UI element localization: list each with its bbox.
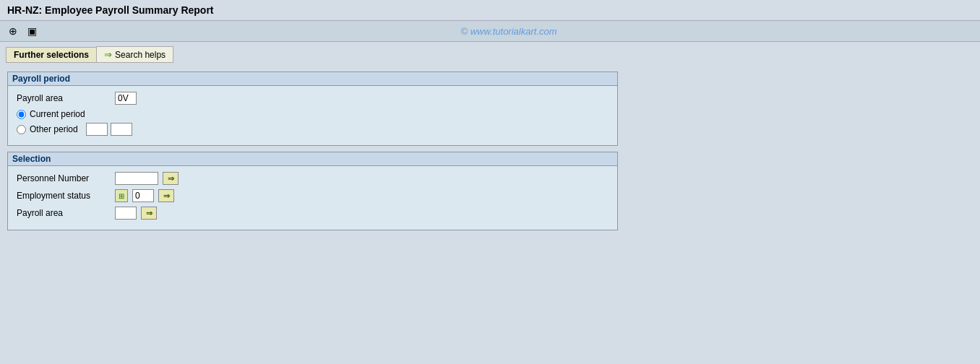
employment-status-label: Employment status [17,191,111,201]
tabs-row: Further selections ⇒ Search helps [0,42,980,67]
other-period-inputs [86,123,132,136]
search-helps-label: Search helps [115,50,166,60]
selection-title: Selection [8,152,617,166]
back-icon[interactable]: ⊕ [6,24,20,38]
other-period-radio[interactable] [17,125,26,134]
other-period-row: Other period [17,123,609,136]
payroll-area-label: Payroll area [17,93,111,103]
page-title: HR-NZ: Employee Payroll Summary Report [7,4,214,16]
personnel-number-label: Personnel Number [17,173,111,183]
selection-section: Selection Personnel Number ⇒ Employment … [7,152,618,230]
personnel-number-row: Personnel Number ⇒ [17,172,609,185]
payroll-period-title: Payroll period [8,72,617,86]
payroll-period-body: Payroll area Current period Other period [8,86,617,145]
search-helps-tab[interactable]: ⇒ Search helps [96,46,173,63]
employment-status-row: Employment status ⊞ ⇒ [17,189,609,202]
employment-status-multiselect-icon[interactable]: ⊞ [115,189,128,202]
current-period-row: Current period [17,109,609,119]
title-bar: HR-NZ: Employee Payroll Summary Report [0,0,980,21]
current-period-label: Current period [30,109,85,119]
toolbar: ⊕ ▣ © www.tutorialkart.com [0,21,980,42]
employment-status-arrow-button[interactable]: ⇒ [158,189,174,202]
selection-body: Personnel Number ⇒ Employment status ⊞ ⇒… [8,166,617,230]
other-period-label: Other period [30,124,78,134]
current-period-radio[interactable] [17,110,26,119]
personnel-number-input[interactable] [115,172,158,185]
selection-payroll-area-input[interactable] [115,207,137,220]
payroll-area-row: Payroll area [17,92,609,105]
further-selections-tab[interactable]: Further selections [6,47,96,63]
employment-status-input[interactable] [132,189,154,202]
payroll-period-section: Payroll period Payroll area Current peri… [7,72,618,146]
selection-payroll-area-row: Payroll area ⇒ [17,207,609,220]
other-period-input1[interactable] [86,123,108,136]
personnel-number-arrow-button[interactable]: ⇒ [163,172,179,185]
main-content: Payroll period Payroll area Current peri… [0,67,980,240]
tab-arrow-icon: ⇒ [104,49,112,60]
selection-payroll-area-arrow-button[interactable]: ⇒ [141,207,157,220]
watermark: © www.tutorialkart.com [43,26,974,37]
other-period-input2[interactable] [111,123,132,136]
payroll-area-input[interactable] [115,92,137,105]
menu-icon[interactable]: ▣ [25,24,39,38]
selection-payroll-area-label: Payroll area [17,208,111,218]
